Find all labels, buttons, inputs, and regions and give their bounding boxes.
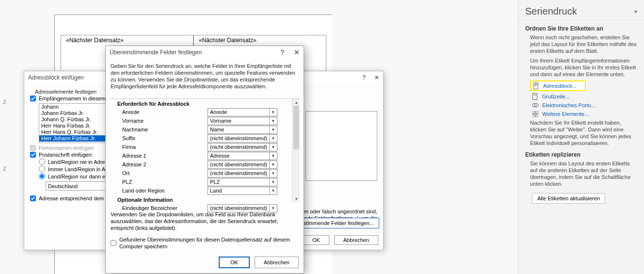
chevron-down-icon[interactable]: ▾ bbox=[269, 144, 277, 151]
select-value: Land bbox=[210, 188, 222, 193]
select-value: Name bbox=[210, 127, 224, 132]
field-label: Vorname bbox=[122, 118, 208, 124]
pane-title-text: Seriendruck bbox=[525, 6, 577, 17]
field-row: Adresse 2(nicht übereinstimmend)▾ bbox=[122, 160, 300, 169]
cancel-button[interactable]: Abbrechen bbox=[255, 257, 299, 268]
more-items-link[interactable]: Weitere Elemente... bbox=[532, 111, 637, 117]
select-value: Deutschland bbox=[48, 183, 78, 189]
select-value: PLZ bbox=[210, 179, 220, 185]
list-item[interactable]: Herr Hans Fürbas Jr. bbox=[39, 123, 110, 129]
update-all-labels-button[interactable]: Alle Etiketten aktualisieren bbox=[532, 193, 605, 204]
select-value: (nicht übereinstimmend) bbox=[210, 205, 267, 211]
match-fields-dialog: Übereinstimmende Felder festlegen ? ✕ Ge… bbox=[105, 46, 304, 274]
field-select[interactable]: (nicht übereinstimmend)▾ bbox=[208, 161, 277, 169]
save-matches-checkbox[interactable]: Gefundene Übereinstimmungen für diesen D… bbox=[111, 236, 299, 250]
ok-button[interactable]: OK bbox=[219, 257, 250, 268]
chevron-down-icon[interactable]: ▾ bbox=[269, 109, 277, 116]
chevron-down-icon[interactable]: ▾ bbox=[269, 152, 277, 160]
select-value: Adresse bbox=[210, 153, 229, 159]
field-select[interactable]: (nicht übereinstimmend)▾ bbox=[208, 143, 277, 151]
chevron-down-icon[interactable]: ▾ bbox=[269, 161, 277, 168]
checkbox-label: Firmennamen einfügen bbox=[39, 145, 94, 151]
list-item[interactable]: Johann bbox=[39, 104, 110, 110]
electronic-postage-link[interactable]: Elektronisches Porto... bbox=[532, 102, 637, 109]
close-icon[interactable]: ✕ bbox=[294, 48, 300, 56]
document-icon bbox=[532, 93, 539, 100]
list-item[interactable]: Herr Hans Q. Fürbas Jr. bbox=[39, 129, 110, 135]
field-row: Ort(nicht übereinstimmend)▾ bbox=[122, 169, 300, 177]
address-block-link[interactable]: Adressblock... bbox=[530, 81, 586, 91]
checkbox[interactable] bbox=[30, 152, 36, 158]
chevron-down-icon[interactable]: ▾ bbox=[634, 8, 637, 15]
scrollbar[interactable]: ▴ ▾ bbox=[292, 99, 300, 202]
select-value: (nicht übereinstimmend) bbox=[210, 135, 267, 141]
link-label: Weitere Elemente... bbox=[542, 111, 589, 117]
cancel-button[interactable]: Abbrechen bbox=[334, 235, 378, 245]
field-select[interactable]: (nicht übereinstimmend)▾ bbox=[208, 169, 277, 177]
field-row: Firma(nicht übereinstimmend)▾ bbox=[122, 143, 300, 151]
field-label: Adresse 2 bbox=[122, 161, 208, 167]
checkbox-label: Postanschrift einfügen: bbox=[39, 152, 93, 158]
field-mapping-panel: Erforderlich für Adressblock AnredeAnred… bbox=[111, 98, 300, 202]
checkbox bbox=[30, 145, 36, 151]
field-label: Nachname bbox=[122, 127, 208, 132]
scroll-down-icon[interactable]: ▾ bbox=[292, 195, 300, 202]
field-row: VornameVorname▾ bbox=[122, 116, 300, 125]
checkbox[interactable] bbox=[111, 240, 116, 246]
field-label: Land oder Region bbox=[122, 188, 208, 193]
svg-rect-4 bbox=[532, 111, 535, 113]
field-select[interactable]: (nicht übereinstimmend)▾ bbox=[208, 134, 277, 143]
svg-rect-5 bbox=[536, 111, 538, 113]
chevron-down-icon[interactable]: ▾ bbox=[269, 117, 277, 125]
chevron-down-icon[interactable]: ▾ bbox=[269, 187, 277, 194]
field-select[interactable]: Anrede▾ bbox=[208, 108, 277, 116]
list-item[interactable]: Johann Fürbas Jr. bbox=[39, 110, 110, 116]
field-label: Firma bbox=[122, 144, 208, 150]
ruler-marker: Z bbox=[0, 165, 9, 173]
merge-field-next-record: «Nächster Datensatz» bbox=[66, 37, 124, 44]
greeting-line-link[interactable]: Grußzeile... bbox=[532, 93, 637, 100]
list-item[interactable]: Johann Q. Fürbas Jr. bbox=[39, 116, 110, 123]
list-item-selected[interactable]: Herr Johann Fürbas Jr. bbox=[39, 135, 110, 142]
checkbox[interactable] bbox=[30, 96, 36, 101]
scroll-thumb[interactable] bbox=[293, 106, 299, 149]
dialog-description: Geben Sie für den Seriendruck an, welche… bbox=[106, 59, 304, 93]
field-label: Suffix bbox=[122, 135, 208, 141]
name-format-list[interactable]: Johann Johann Fürbas Jr. Johann Q. Fürba… bbox=[39, 103, 111, 143]
field-select[interactable]: Name▾ bbox=[208, 126, 277, 134]
help-icon[interactable]: ? bbox=[362, 74, 366, 81]
field-select[interactable]: PLZ▾ bbox=[208, 178, 277, 186]
chevron-down-icon[interactable]: ▾ bbox=[269, 126, 277, 133]
radio[interactable] bbox=[39, 166, 45, 172]
field-select[interactable]: Land▾ bbox=[208, 187, 277, 195]
chevron-down-icon[interactable]: ▾ bbox=[269, 178, 277, 186]
help-icon[interactable]: ? bbox=[280, 48, 284, 56]
chevron-down-icon[interactable]: ▾ bbox=[269, 170, 277, 177]
close-icon[interactable]: ✕ bbox=[374, 74, 379, 81]
group-heading-optional: Optionale Information bbox=[117, 197, 300, 203]
select-value: (nicht übereinstimmend) bbox=[210, 161, 267, 167]
document-icon bbox=[533, 82, 540, 89]
dialog-titlebar[interactable]: Übereinstimmende Felder festlegen ? ✕ bbox=[106, 46, 304, 59]
field-row: Adresse 1Adresse▾ bbox=[122, 151, 300, 160]
chevron-down-icon[interactable]: ▾ bbox=[269, 135, 277, 142]
select-value: Vorname bbox=[210, 118, 231, 124]
link-label: Grußzeile... bbox=[542, 94, 570, 99]
field-select[interactable]: Vorname▾ bbox=[208, 117, 277, 125]
field-select[interactable]: Adresse▾ bbox=[208, 152, 277, 160]
radio[interactable] bbox=[39, 159, 45, 165]
scroll-up-icon[interactable]: ▴ bbox=[292, 99, 300, 106]
grid-icon bbox=[532, 111, 539, 117]
pane-paragraph: Sie können das Layout des ersten Etikett… bbox=[530, 160, 637, 187]
ok-button[interactable]: OK bbox=[303, 235, 329, 245]
radio[interactable] bbox=[39, 173, 45, 179]
field-label: PLZ bbox=[122, 179, 208, 185]
svg-rect-6 bbox=[532, 114, 535, 117]
field-row: Land oder RegionLand▾ bbox=[122, 186, 300, 195]
field-row: PLZPLZ▾ bbox=[122, 177, 300, 186]
checkbox[interactable] bbox=[30, 195, 36, 201]
mail-merge-task-pane: Seriendruck ▾ Ordnen Sie Ihre Etiketten … bbox=[518, 0, 644, 274]
field-row: Suffix(nicht übereinstimmend)▾ bbox=[122, 134, 300, 143]
checkbox-label: Gefundene Übereinstimmungen für diesen D… bbox=[119, 236, 299, 250]
field-label: Ort bbox=[122, 170, 208, 176]
